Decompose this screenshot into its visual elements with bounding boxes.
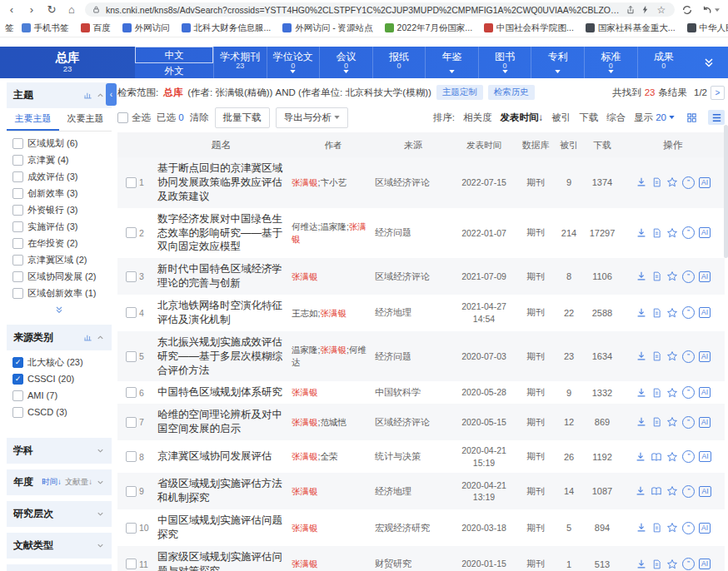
topic-panel-header[interactable]: 主题 [7, 82, 112, 108]
result-cited-count[interactable]: 23 [555, 351, 583, 361]
batch-download-button[interactable]: 批量下载 [215, 107, 270, 128]
source-panel-header[interactable]: 来源类别 [7, 325, 112, 350]
nav-total-library[interactable]: 总库 23 [0, 47, 135, 78]
home-button[interactable]: ⌂ [65, 4, 78, 15]
cite-quote-icon[interactable]: ” [682, 416, 695, 429]
ai-assistant-icon[interactable]: AI [699, 307, 711, 318]
result-cited-count[interactable]: 12 [555, 417, 583, 427]
bookmark-item[interactable]: 2022年7月份国家... [381, 22, 476, 34]
author-link[interactable]: 张满银 [292, 451, 318, 461]
ai-assistant-icon[interactable]: AI [699, 559, 711, 569]
column-header-downloads[interactable]: 下载 [583, 139, 621, 151]
column-header-source[interactable]: 来源 [375, 139, 451, 151]
result-source-link[interactable]: 宏观经济研究 [375, 523, 430, 533]
result-title-link[interactable]: 新时代中国特色区域经济学理论的完善与创新 [157, 262, 285, 290]
url-text[interactable]: kns.cnki.net/kns8s/AdvSearch?crossids=YS… [106, 5, 621, 15]
html-read-icon[interactable] [651, 350, 662, 362]
download-icon[interactable] [636, 227, 647, 239]
favorite-star-icon[interactable] [666, 307, 678, 319]
result-source-link[interactable]: 统计与决策 [375, 451, 421, 461]
cite-quote-icon[interactable]: ” [682, 450, 695, 463]
result-authors[interactable]: 张满银;范城恺 [292, 416, 375, 429]
bar-chart-icon[interactable] [83, 333, 92, 342]
result-source-link[interactable]: 经济问题 [375, 351, 411, 361]
search-history-button[interactable]: 检索历史 [488, 85, 535, 100]
author-link[interactable]: 张满银 [292, 177, 318, 187]
result-source-link[interactable]: 经济问题 [375, 227, 411, 237]
page-size-value[interactable]: 20 [656, 112, 666, 122]
row-checkbox[interactable] [126, 451, 137, 462]
sidebar-collapse-handle[interactable]: ‹ [106, 83, 117, 106]
cite-quote-icon[interactable]: ” [682, 485, 695, 498]
result-authors[interactable]: 温家隆;张满银;何维达 [292, 344, 375, 368]
page-size-control[interactable]: 显示 20 [634, 112, 675, 124]
chevron-down-icon[interactable] [96, 541, 105, 550]
address-bar[interactable]: kns.cnki.net/kns8s/AdvSearch?crossids=YS… [85, 2, 675, 17]
reload-button[interactable]: ↻ [45, 4, 58, 15]
cite-quote-icon[interactable]: ” [682, 226, 695, 239]
html-read-icon[interactable] [651, 522, 662, 534]
download-icon[interactable] [636, 559, 647, 570]
column-header-cited[interactable]: 被引 [555, 139, 583, 151]
book-read-icon[interactable] [651, 485, 662, 497]
checkbox[interactable] [12, 188, 23, 199]
undo-menu-button[interactable] [701, 4, 720, 16]
html-read-icon[interactable] [651, 271, 662, 282]
topic-filter-item[interactable]: 京津冀 (4) [12, 151, 106, 168]
cite-quote-icon[interactable]: ” [682, 271, 695, 283]
download-icon[interactable] [636, 350, 647, 362]
result-cited-count[interactable]: 9 [555, 177, 583, 187]
list-view-button[interactable] [708, 110, 725, 125]
author-link[interactable]: 张满银 [292, 271, 318, 281]
result-cited-count[interactable]: 8 [555, 271, 583, 281]
ai-assistant-icon[interactable]: AI [699, 227, 711, 238]
book-read-icon[interactable] [651, 451, 662, 463]
checkbox[interactable] [12, 255, 23, 266]
result-cited-count[interactable]: 1 [555, 559, 583, 569]
result-title-link[interactable]: 东北振兴规划实施成效评估研究——基于多层次模糊综合评价方法 [157, 335, 285, 378]
sort-option[interactable]: 相关度 [463, 112, 492, 124]
author-link[interactable]: 温家隆 [292, 345, 318, 355]
select-all-checkbox[interactable] [117, 112, 128, 123]
author-link[interactable]: 张满银 [292, 387, 318, 397]
topic-tab[interactable]: 主要主题 [7, 108, 59, 131]
sort-option[interactable]: 发表时间↓ [500, 112, 543, 124]
author-link[interactable]: 张满银 [292, 523, 318, 533]
result-cited-count[interactable]: 14 [555, 486, 583, 496]
author-link[interactable]: 范城恺 [320, 417, 347, 427]
result-authors[interactable]: 张满银 [292, 558, 375, 570]
bookmark-item[interactable]: 百度 [77, 22, 115, 34]
result-authors[interactable]: 王志如;张满银 [292, 307, 375, 320]
scope-value[interactable]: 总库 [163, 87, 182, 99]
topic-filter-item[interactable]: 实施评估 (3) [12, 218, 106, 235]
cite-quote-icon[interactable]: ” [682, 176, 695, 189]
result-title-link[interactable]: 京津冀区域协同发展评估 [157, 449, 285, 464]
chevron-down-icon[interactable] [96, 446, 105, 455]
cite-quote-icon[interactable]: ” [682, 306, 695, 319]
bookmark-cutoff[interactable]: 签 [5, 22, 14, 34]
result-title-link[interactable]: 国家级区域规划实施评估问题与对策探究 [157, 550, 285, 571]
year-panel-header[interactable]: 年度 时间↓ 文献量↓ [7, 469, 112, 495]
topic-filter-item[interactable]: 创新效率 (3) [12, 185, 106, 201]
favorite-star-icon[interactable] [666, 387, 678, 399]
bar-chart-icon[interactable] [83, 91, 92, 100]
download-icon[interactable] [636, 416, 647, 428]
column-header-title[interactable]: 题名 [157, 138, 292, 152]
chevron-up-icon[interactable] [96, 91, 105, 100]
subject-panel-header[interactable]: 学科 [7, 438, 112, 464]
language-tab[interactable]: 中文 [135, 47, 213, 63]
topic-filter-item[interactable]: 外资银行 (3) [12, 201, 106, 218]
result-authors[interactable]: 何维达;温家隆;张满银 [292, 221, 375, 245]
favorite-star-icon[interactable] [666, 485, 678, 497]
author-link[interactable]: 王志如 [292, 308, 318, 318]
sync-loop-icon[interactable] [681, 4, 693, 16]
nav-category[interactable]: 图书 0 [478, 47, 531, 78]
export-analyze-button[interactable]: 导出与分析 [276, 107, 349, 128]
sort-option[interactable]: 被引 [551, 112, 571, 124]
row-checkbox[interactable] [126, 523, 137, 534]
topic-filter-item[interactable]: 区域规划 (6) [12, 135, 106, 151]
checkbox[interactable] [12, 374, 23, 385]
result-title-link[interactable]: 中国区域规划实施评估问题探究 [157, 514, 285, 542]
download-icon[interactable] [636, 271, 647, 282]
ai-assistant-icon[interactable]: AI [699, 523, 711, 534]
